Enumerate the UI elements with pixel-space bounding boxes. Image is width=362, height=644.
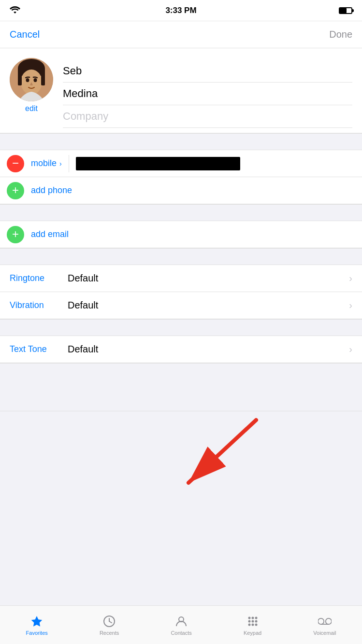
keypad-icon xyxy=(246,615,260,628)
svg-point-24 xyxy=(248,623,250,626)
ringtone-row[interactable]: Ringtone Default › xyxy=(0,265,362,292)
tab-contacts[interactable]: Contacts xyxy=(171,615,191,636)
contacts-icon xyxy=(174,615,188,628)
contact-header: edit xyxy=(0,48,362,133)
svg-rect-9 xyxy=(18,69,22,85)
svg-point-28 xyxy=(326,618,332,624)
svg-point-26 xyxy=(255,623,257,626)
add-phone-button[interactable]: + xyxy=(7,182,24,199)
section-divider-4 xyxy=(0,319,362,336)
vibration-chevron: › xyxy=(349,300,352,311)
tab-recents[interactable]: Recents xyxy=(100,615,119,636)
vibration-label: Vibration xyxy=(10,300,63,310)
svg-point-19 xyxy=(251,616,254,619)
first-name-field[interactable] xyxy=(63,60,352,83)
phone-section: − mobile › + add phone xyxy=(0,150,362,204)
battery-indicator xyxy=(339,7,352,14)
ringtone-chevron: › xyxy=(349,273,352,284)
svg-point-22 xyxy=(251,620,254,622)
tab-favorites[interactable]: Favorites xyxy=(26,615,48,636)
recents-icon xyxy=(102,615,116,628)
ringtone-value: Default xyxy=(68,273,349,284)
add-phone-label: add phone xyxy=(31,185,72,196)
svg-point-6 xyxy=(34,78,37,82)
tab-keypad[interactable]: Keypad xyxy=(244,615,261,636)
wifi-icon xyxy=(10,6,20,15)
ringtone-label: Ringtone xyxy=(10,273,63,283)
text-tone-chevron: › xyxy=(349,344,352,355)
vibration-value: Default xyxy=(68,300,349,311)
nav-bar: Cancel Done xyxy=(0,21,362,48)
svg-point-5 xyxy=(26,78,29,82)
phone-label[interactable]: mobile › xyxy=(31,158,62,168)
svg-line-16 xyxy=(109,621,112,623)
edit-photo-link[interactable]: edit xyxy=(25,104,38,113)
svg-rect-10 xyxy=(41,69,45,85)
svg-point-20 xyxy=(255,616,257,619)
add-email-row[interactable]: + add email xyxy=(0,221,362,248)
add-phone-row[interactable]: + add phone xyxy=(0,177,362,204)
svg-point-23 xyxy=(255,620,257,622)
done-button[interactable]: Done xyxy=(329,29,352,40)
contacts-label: Contacts xyxy=(171,630,191,636)
voicemail-icon xyxy=(318,615,332,628)
text-tone-label: Text Tone xyxy=(10,344,63,354)
tab-voicemail[interactable]: Voicemail xyxy=(313,615,336,636)
section-divider-2 xyxy=(0,204,362,221)
phone-label-chevron: › xyxy=(58,160,62,168)
remove-phone-button[interactable]: − xyxy=(7,155,24,172)
avatar xyxy=(10,58,53,101)
contact-fields xyxy=(63,58,352,128)
phone-row: − mobile › xyxy=(0,150,362,177)
svg-point-21 xyxy=(248,620,250,622)
email-section: + add email xyxy=(0,221,362,248)
svg-point-18 xyxy=(248,616,250,619)
svg-marker-13 xyxy=(31,616,43,627)
favorites-label: Favorites xyxy=(26,630,48,636)
phone-number-field[interactable] xyxy=(76,157,240,170)
text-tone-value: Default xyxy=(68,344,349,355)
favorites-icon xyxy=(30,615,43,628)
avatar-section: edit xyxy=(10,58,53,113)
svg-point-25 xyxy=(251,623,254,626)
label-divider xyxy=(69,155,69,172)
add-email-label: add email xyxy=(31,229,69,239)
status-bar: 3:33 PM xyxy=(0,0,362,21)
cancel-button[interactable]: Cancel xyxy=(10,29,40,40)
last-name-field[interactable] xyxy=(63,83,352,105)
keypad-label: Keypad xyxy=(244,630,261,636)
add-email-button[interactable]: + xyxy=(7,226,24,243)
section-divider-5 xyxy=(0,363,362,411)
vibration-row[interactable]: Vibration Default › xyxy=(0,292,362,319)
svg-point-27 xyxy=(318,618,324,624)
section-divider-1 xyxy=(0,133,362,150)
company-field[interactable] xyxy=(63,105,352,128)
section-divider-3 xyxy=(0,248,362,265)
recents-label: Recents xyxy=(100,630,119,636)
tab-bar: Favorites Recents Contacts xyxy=(0,605,362,644)
status-time: 3:33 PM xyxy=(165,6,196,15)
text-tone-row[interactable]: Text Tone Default › xyxy=(0,336,362,363)
voicemail-label: Voicemail xyxy=(313,630,336,636)
